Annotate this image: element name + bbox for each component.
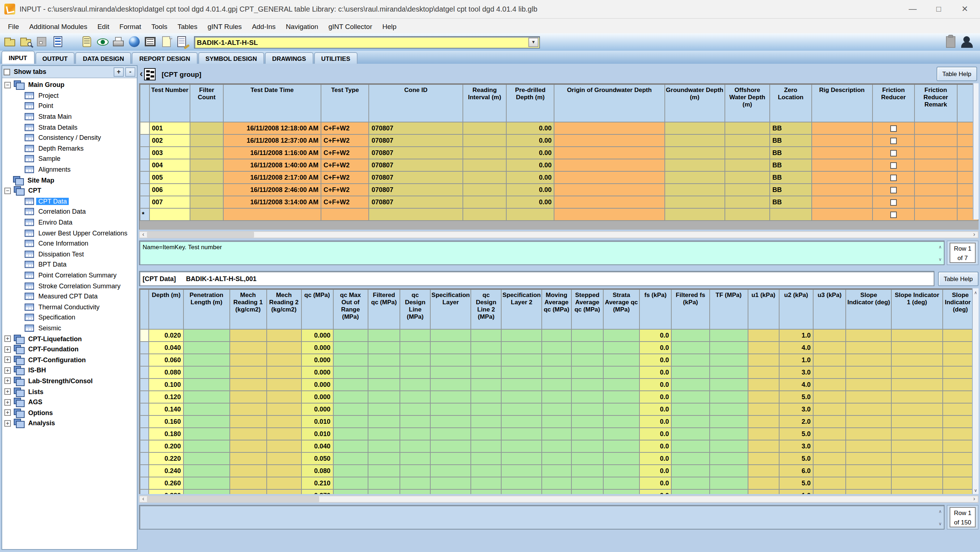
- cell-specification_layer_2[interactable]: [501, 329, 542, 341]
- cell-slope_indicator[interactable]: [846, 341, 892, 354]
- cell-qc_design_line[interactable]: [400, 354, 430, 366]
- cell-specification_layer_2[interactable]: [501, 378, 542, 391]
- sidebar-item-site-map[interactable]: Site Map: [2, 175, 137, 185]
- cell-qc_max_out_of_range[interactable]: [333, 354, 368, 366]
- cell-qc_design_line[interactable]: [400, 378, 430, 391]
- cell-u1[interactable]: [748, 341, 779, 354]
- cell-qc[interactable]: 0.000: [301, 341, 333, 354]
- menu-additional-modules[interactable]: Additional Modules: [24, 20, 93, 32]
- cell-test_date_time[interactable]: 16/11/2008 12:18:00 AM: [223, 122, 321, 134]
- sidebar-item-cpt-data[interactable]: CPT Data: [2, 196, 137, 206]
- cell-test_type[interactable]: C+F+W2: [321, 134, 369, 146]
- cell-reading_interval[interactable]: [463, 196, 507, 208]
- cell-rig_description[interactable]: [811, 146, 872, 159]
- cell-moving_average_qc[interactable]: [542, 415, 571, 428]
- column-header-u1[interactable]: u1 (kPa): [748, 289, 779, 329]
- cell-moving_average_qc[interactable]: [542, 341, 571, 354]
- cell-fs[interactable]: 0.0: [640, 341, 672, 354]
- sidebar-item-seismic[interactable]: Seismic: [2, 323, 137, 333]
- cell-qc[interactable]: 0.000: [301, 391, 333, 403]
- cell-mech_reading_2[interactable]: [266, 452, 301, 464]
- cell-qc_design_line[interactable]: [400, 341, 430, 354]
- cell-mech_reading_2[interactable]: [266, 366, 301, 378]
- cell-filtered_qc[interactable]: [368, 366, 400, 378]
- scroll-left-icon[interactable]: ‹: [140, 232, 147, 238]
- cell-mech_reading_1[interactable]: [229, 366, 266, 378]
- cell-qc[interactable]: 0.000: [301, 329, 333, 341]
- maximize-button[interactable]: □: [934, 4, 944, 14]
- cell-mech_reading_2[interactable]: [266, 428, 301, 440]
- cell-tf[interactable]: [709, 403, 748, 415]
- column-header-qc_max_out_of_range[interactable]: qc Max Out of Range (MPa): [333, 289, 368, 329]
- cell-moving_average_qc[interactable]: [542, 403, 571, 415]
- cell-filtered_fs[interactable]: [672, 329, 710, 341]
- cell-filtered_fs[interactable]: [672, 477, 710, 489]
- column-header-qc_design_line_2[interactable]: qc Design Line 2 (MPa): [471, 289, 501, 329]
- cell-moving_average_qc[interactable]: [542, 489, 571, 494]
- cell-filtered_qc[interactable]: [368, 452, 400, 464]
- collapse-node-icon[interactable]: −: [4, 187, 11, 194]
- cell-filtered_qc[interactable]: [368, 428, 400, 440]
- cell-cone_id[interactable]: 070807: [369, 171, 463, 183]
- cell-fs[interactable]: 0.0: [640, 391, 672, 403]
- cell-slope_indicator_1[interactable]: [892, 378, 943, 391]
- cell-origin_groundwater_depth[interactable]: [554, 208, 665, 220]
- cell-specification_layer_2[interactable]: [501, 464, 542, 477]
- top-grid-vertical-scrollbar[interactable]: [973, 83, 978, 220]
- cell-strata_average_qc[interactable]: [603, 464, 640, 477]
- cell-friction_reducer_remark[interactable]: [915, 134, 957, 146]
- cell-friction_reducer_remark[interactable]: [915, 159, 957, 171]
- cell-strata_average_qc[interactable]: [603, 415, 640, 428]
- column-header-filtered_fs[interactable]: Filtered fs (kPa): [672, 289, 710, 329]
- cell-slope_indicator[interactable]: [846, 415, 892, 428]
- cell-qc_design_line[interactable]: [400, 464, 430, 477]
- sidebar-item-enviro-data[interactable]: Enviro Data: [2, 217, 137, 228]
- column-header-slope_indicator[interactable]: Slope Indicator (deg): [846, 289, 892, 329]
- cell-pre_drilled_depth[interactable]: 0.00: [506, 183, 554, 196]
- cell-u1[interactable]: [748, 477, 779, 489]
- cell-qc[interactable]: 0.010: [301, 428, 333, 440]
- cell-qc_max_out_of_range[interactable]: [333, 341, 368, 354]
- cell-penetration_length[interactable]: [183, 428, 230, 440]
- cell-qc_design_line_2[interactable]: [471, 403, 501, 415]
- bottom-grid-horizontal-scrollbar[interactable]: ‹ ›: [139, 496, 978, 503]
- sidebar-item-project[interactable]: Project: [2, 90, 137, 101]
- row-selector[interactable]: [140, 122, 150, 134]
- cell-test_type[interactable]: C+F+W2: [321, 122, 369, 134]
- column-header-test_date_time[interactable]: Test Date Time: [223, 84, 321, 122]
- cell-u3[interactable]: [813, 489, 846, 494]
- column-header-strata_average_qc[interactable]: Strata Average qc (MPa): [603, 289, 640, 329]
- cell-mech_reading_1[interactable]: [229, 354, 266, 366]
- cell-slope_indicator_1[interactable]: [892, 464, 943, 477]
- cell-u3[interactable]: [813, 391, 846, 403]
- sidebar-item-dissipation-test[interactable]: Dissipation Test: [2, 249, 137, 259]
- menu-tools[interactable]: Tools: [146, 20, 172, 32]
- menu-tables[interactable]: Tables: [173, 20, 203, 32]
- cell-friction_reducer_remark[interactable]: [915, 208, 957, 220]
- cell-penetration_length[interactable]: [183, 440, 230, 452]
- cell-qc_design_line_2[interactable]: [471, 366, 501, 378]
- cell-tf[interactable]: [709, 440, 748, 452]
- cell-test_number[interactable]: 002: [150, 134, 190, 146]
- sidebar-item-depth-remarks[interactable]: Depth Remarks: [2, 143, 137, 153]
- cell-specification_layer_2[interactable]: [501, 489, 542, 494]
- cell-pre_drilled_depth[interactable]: 0.00: [506, 159, 554, 171]
- new-row-selector[interactable]: *: [140, 208, 150, 220]
- cell-specification_layer[interactable]: [430, 366, 471, 378]
- row-selector[interactable]: [140, 428, 149, 440]
- scroll-up-icon[interactable]: ∧: [974, 290, 977, 295]
- cell-offshore_water_depth[interactable]: [725, 159, 770, 171]
- cell-qc_design_line_2[interactable]: [471, 428, 501, 440]
- cell-u2[interactable]: 4.0: [779, 378, 813, 391]
- sidebar-item-cpt-configuration[interactable]: +CPT-Configuration: [2, 354, 137, 365]
- cell-friction_reducer[interactable]: [872, 146, 915, 159]
- bottom-grid-vertical-scrollbar[interactable]: ∧∨: [972, 288, 978, 494]
- cell-friction_reducer[interactable]: [872, 183, 915, 196]
- cell-mech_reading_2[interactable]: [266, 477, 301, 489]
- cell-u1[interactable]: [748, 391, 779, 403]
- sidebar-item-lists[interactable]: +Lists: [2, 386, 137, 397]
- row-selector[interactable]: [140, 452, 149, 464]
- cell-test_number[interactable]: 007: [150, 196, 190, 208]
- cell-stepped_average_qc[interactable]: [571, 403, 603, 415]
- cell-specification_layer[interactable]: [430, 329, 471, 341]
